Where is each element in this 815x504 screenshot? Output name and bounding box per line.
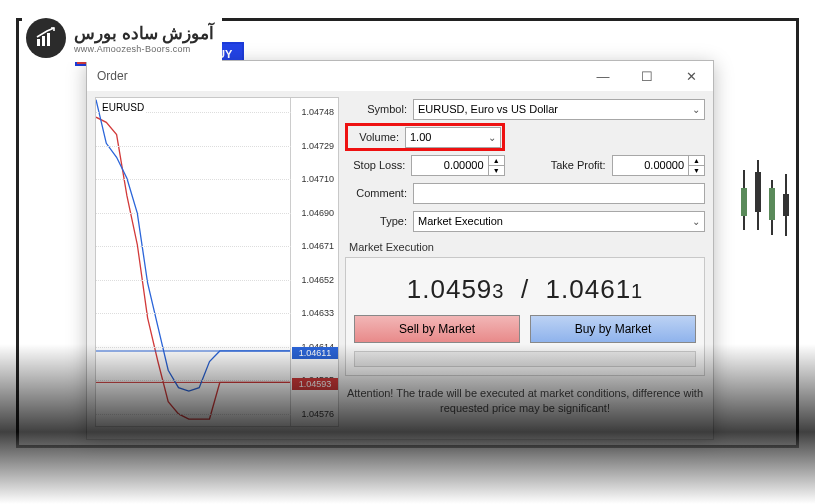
order-dialog: Order ― ☐ ✕ EURUSD 1.047481.047291.04710…	[86, 60, 714, 440]
svg-rect-1	[42, 36, 45, 46]
comment-label: Comment:	[345, 187, 413, 199]
background-chart	[735, 150, 795, 260]
svg-rect-2	[47, 33, 50, 46]
chevron-down-icon[interactable]: ▼	[689, 166, 704, 175]
stoploss-label: Stop Loss:	[345, 159, 411, 171]
close-button[interactable]: ✕	[669, 61, 713, 91]
chevron-down-icon[interactable]: ▼	[489, 166, 504, 175]
volume-select[interactable]: 1.00 ⌄	[405, 127, 501, 148]
minimize-button[interactable]: ―	[581, 61, 625, 91]
progress-strip	[354, 351, 696, 367]
symbol-select[interactable]: EURUSD, Euro vs US Dollar ⌄	[413, 99, 705, 120]
type-select[interactable]: Market Execution ⌄	[413, 211, 705, 232]
price-quote: 1.04593 / 1.04611	[354, 268, 696, 315]
comment-input[interactable]	[413, 183, 705, 204]
execution-panel: 1.04593 / 1.04611 Sell by Market Buy by …	[345, 257, 705, 376]
brand-badge	[26, 18, 66, 58]
symbol-value: EURUSD, Euro vs US Dollar	[418, 103, 558, 115]
dialog-title: Order	[97, 69, 128, 83]
maximize-button[interactable]: ☐	[625, 61, 669, 91]
stoploss-input[interactable]	[412, 159, 487, 171]
type-label: Type:	[345, 215, 413, 227]
chevron-down-icon: ⌄	[692, 216, 700, 227]
volume-highlight: Volume: 1.00 ⌄	[345, 123, 505, 151]
symbol-label: Symbol:	[345, 103, 413, 115]
chart-symbol-label: EURUSD	[100, 102, 146, 113]
dialog-titlebar[interactable]: Order ― ☐ ✕	[87, 61, 713, 91]
svg-rect-0	[37, 39, 40, 46]
brand-logo: آموزش ساده بورس www.Amoozesh-Boors.com	[22, 14, 222, 62]
chevron-up-icon[interactable]: ▲	[689, 156, 704, 166]
chevron-down-icon: ⌄	[488, 132, 496, 143]
buy-by-market-button[interactable]: Buy by Market	[530, 315, 696, 343]
execution-section-label: Market Execution	[349, 241, 705, 253]
execution-warning: Attention! The trade will be executed at…	[345, 386, 705, 416]
stoploss-stepper[interactable]: ▲▼	[411, 155, 504, 176]
sell-by-market-button[interactable]: Sell by Market	[354, 315, 520, 343]
tick-chart: EURUSD 1.047481.047291.047101.046901.046…	[95, 97, 339, 427]
type-value: Market Execution	[418, 215, 503, 227]
takeprofit-stepper[interactable]: ▲▼	[612, 155, 705, 176]
volume-label: Volume:	[349, 131, 405, 143]
takeprofit-input[interactable]	[613, 159, 688, 171]
brand-title: آموزش ساده بورس	[74, 23, 214, 44]
brand-url: www.Amoozesh-Boors.com	[74, 44, 214, 54]
chevron-up-icon[interactable]: ▲	[489, 156, 504, 166]
takeprofit-label: Take Profit:	[540, 159, 612, 171]
chevron-down-icon: ⌄	[692, 104, 700, 115]
volume-value: 1.00	[410, 131, 431, 143]
